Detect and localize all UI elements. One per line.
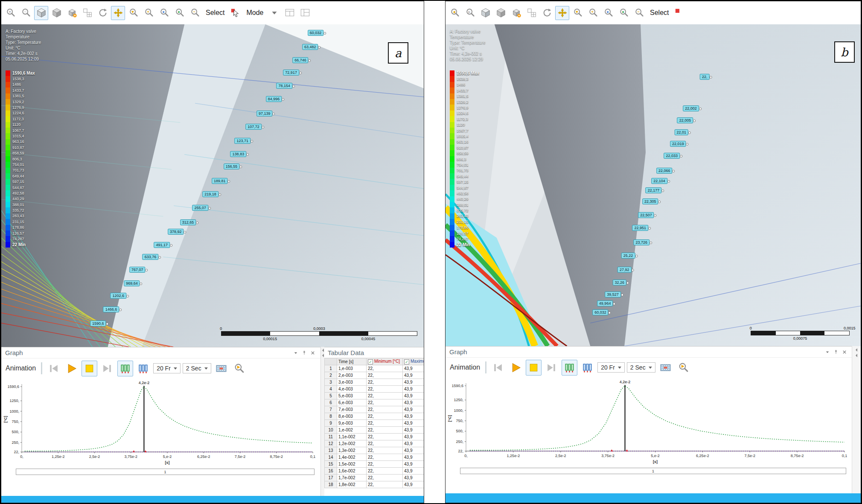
table-row[interactable]: 44,e-00322,43,9 [325,386,424,393]
stop-button[interactable] [82,361,97,376]
time-distribution-icon[interactable] [580,360,595,376]
temperature-time-chart[interactable]: 1590,61250,1000,750,500,250,22,0,1,25e-2… [2,379,319,466]
temperature-probe-label[interactable]: 767,07 [129,267,146,273]
pin-panel-icon[interactable] [832,348,840,356]
duration-select[interactable]: 2 Sec [627,362,655,373]
table-row[interactable]: 88,e-00322,43,9 [325,413,424,420]
temperature-probe-label[interactable]: 633,76 [143,254,159,260]
temperature-probe-label[interactable]: 84,996 [266,96,282,102]
window-layout-icon[interactable] [283,6,297,20]
temperature-probe-label[interactable]: 107,72 [245,124,262,130]
result-sets-icon[interactable] [562,360,577,376]
shaded-view-icon[interactable] [494,6,508,20]
select-label[interactable]: Select [650,9,669,17]
export-video-button[interactable] [658,360,673,376]
time-distribution-icon[interactable] [135,361,151,376]
isometric-view-icon[interactable] [34,6,48,20]
duration-select[interactable]: 2 Sec [183,363,211,373]
temperature-probe-label[interactable]: 312,65 [180,219,196,225]
play-button[interactable] [64,361,79,376]
mode-label[interactable]: Mode [246,9,263,17]
temperature-probe-label[interactable]: 60,032 [592,309,609,315]
temperature-probe-label[interactable]: 969,64 [124,280,140,286]
zoom-back-icon[interactable]: − [188,6,202,20]
select-mode-icon[interactable] [673,6,687,20]
zoom-globe-icon[interactable]: ● [157,6,171,20]
select-label[interactable]: Select [206,9,224,17]
close-panel-icon[interactable] [309,349,317,357]
temperature-probe-label[interactable]: 1590,6 [90,320,106,326]
collapse-strip[interactable] [852,346,861,493]
table-row[interactable]: 151,5e-00222,43,9 [325,461,424,468]
table-row[interactable]: 101,e-00222,43,9 [325,427,424,434]
close-panel-icon[interactable] [840,348,848,356]
temperature-probe-label[interactable]: 22, [700,74,710,80]
temperature-probe-label[interactable]: 78,154 [277,83,293,89]
temperature-probe-label[interactable]: 378,92 [168,229,184,235]
zoom-box-icon[interactable]: + [142,6,156,20]
temperature-probe-label[interactable]: 32,26 [612,280,626,286]
frames-select[interactable]: 20 Fr [153,363,181,373]
table-row[interactable]: 22,e-00322,43,9 [325,372,424,379]
window-layout-icon-2[interactable] [298,6,312,20]
temperature-probe-label[interactable]: 72,917 [283,70,299,76]
isometric-view-icon[interactable] [478,6,492,20]
play-button[interactable] [508,360,524,376]
pan-icon[interactable] [555,6,569,20]
temperature-probe-label[interactable]: 156,55 [224,163,240,169]
graph-menu-icon[interactable] [291,349,300,357]
temperature-probe-label[interactable]: 1466,6 [103,306,119,312]
zoom-out-tool-icon[interactable]: − [19,6,33,20]
temperature-probe-label[interactable]: 27,92 [617,267,632,273]
zoom-in-icon[interactable]: + [586,6,600,20]
check-icon[interactable]: ✓ [368,359,373,364]
column-header[interactable]: Time [s] [337,358,367,365]
mode-dropdown-icon[interactable] [268,6,282,20]
column-header[interactable]: ✓Minimum [°C] [367,358,403,365]
viewport-3d-b[interactable]: A: Factory valveTemperatureType: Tempera… [446,24,861,346]
rotate-view-icon[interactable] [96,6,110,20]
zoom-undo-icon[interactable]: ◄ [448,6,462,20]
table-row[interactable]: 111,1e-00222,43,9 [325,434,424,440]
stop-button[interactable] [526,360,542,376]
temperature-probe-label[interactable]: 189,81 [212,178,228,184]
temperature-probe-label[interactable]: 22,005 [677,117,693,123]
column-header[interactable]: ✓Maximum [°C] [403,358,424,365]
temperature-probe-label[interactable]: 25,22 [621,253,635,259]
result-tracker-button[interactable] [231,361,247,376]
temperature-probe-label[interactable]: 491,17 [154,242,170,248]
temperature-probe-label[interactable]: 22,01 [674,129,688,135]
export-video-button[interactable] [213,361,229,376]
copy-view-icon[interactable] [65,6,79,20]
zoom-fit-icon[interactable]: ▼ [571,6,585,20]
temperature-probe-label[interactable]: 22,104 [651,178,667,184]
table-row[interactable]: 11,e-00322,43,9 [325,365,424,372]
temperature-probe-label[interactable]: 255,07 [192,205,209,211]
table-row[interactable]: 77,e-00322,43,9 [325,406,424,413]
temperature-probe-label[interactable]: 123,71 [235,138,251,144]
pan-icon[interactable] [111,6,125,20]
zoom-world-icon[interactable]: ● [617,6,631,20]
viewports-layout-icon[interactable] [80,6,94,20]
table-row[interactable]: 181,8e-00222,43,9 [325,481,424,488]
temperature-probe-label[interactable]: 22,177 [646,187,662,193]
temperature-probe-label[interactable]: 23,726 [633,239,649,245]
zoom-fit-icon[interactable]: ▼ [126,6,140,20]
result-sets-icon[interactable] [117,361,133,376]
table-row[interactable]: 55,e-00322,43,9 [325,393,424,399]
timeline-bar[interactable]: 1 [16,469,315,475]
temperature-probe-label[interactable]: 22,019 [670,141,686,147]
step-forward-button[interactable] [544,360,559,376]
zoom-redo-icon[interactable]: ► [463,6,477,20]
zoom-out-icon[interactable]: − [632,6,646,20]
rotate-view-icon[interactable] [540,6,554,20]
temperature-probe-label[interactable]: 66,746 [292,57,309,63]
frames-select[interactable]: 20 Fr [597,362,625,373]
check-icon[interactable]: ✓ [404,359,409,364]
shaded-view-icon[interactable] [50,6,64,20]
temperature-probe-label[interactable]: 39,527 [605,291,621,297]
table-row[interactable]: 99,e-00322,43,9 [325,420,424,427]
temperature-probe-label[interactable]: 22,002 [683,105,699,111]
zoom-world-icon[interactable]: ● [172,6,186,20]
viewports-layout-icon[interactable] [524,6,539,20]
